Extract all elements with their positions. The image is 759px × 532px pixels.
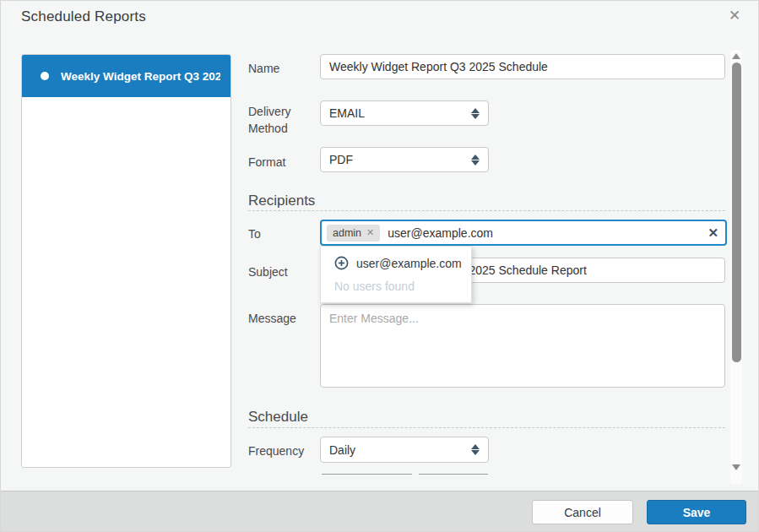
bullet-icon bbox=[41, 72, 49, 80]
close-icon[interactable]: ✕ bbox=[726, 8, 743, 24]
save-button[interactable]: Save bbox=[647, 500, 746, 524]
frequency-select[interactable]: Daily bbox=[320, 437, 489, 463]
select-arrows-icon bbox=[471, 108, 480, 119]
clipped-input-top bbox=[419, 474, 488, 475]
delivery-method-value: EMAIL bbox=[329, 106, 471, 120]
sidebar-item-label: Weekly Widget Report Q3 202… bbox=[61, 70, 220, 83]
subject-label: Subject bbox=[248, 263, 317, 280]
page-title: Scheduled Reports bbox=[21, 8, 146, 25]
recipients-heading: Recipients bbox=[248, 193, 315, 209]
dialog-footer: Cancel Save bbox=[1, 491, 758, 531]
clipped-input-top bbox=[322, 474, 412, 475]
to-recipients-field[interactable]: admin ✕ ✕ bbox=[320, 220, 727, 246]
clear-icon[interactable]: ✕ bbox=[702, 225, 718, 241]
delivery-method-label: Delivery Method bbox=[248, 103, 317, 137]
message-label: Message bbox=[248, 310, 317, 327]
scheduled-reports-dialog: Scheduled Reports ✕ Weekly Widget Report… bbox=[0, 0, 759, 532]
select-arrows-icon bbox=[471, 155, 480, 166]
plus-circle-icon bbox=[334, 256, 349, 270]
chip-remove-icon[interactable]: ✕ bbox=[366, 227, 374, 238]
recipients-divider bbox=[248, 210, 725, 211]
schedule-heading: Schedule bbox=[248, 409, 308, 426]
name-input[interactable] bbox=[320, 54, 725, 79]
format-select[interactable]: PDF bbox=[320, 147, 489, 172]
recipient-chip: admin ✕ bbox=[327, 225, 380, 242]
report-list-panel: Weekly Widget Report Q3 202… bbox=[21, 54, 231, 468]
frequency-value: Daily bbox=[329, 443, 471, 457]
to-input[interactable] bbox=[388, 226, 702, 240]
suggestion-add-user[interactable]: user@example.com bbox=[321, 247, 471, 270]
format-label: Format bbox=[248, 154, 317, 171]
to-label: To bbox=[248, 225, 317, 242]
recipient-chip-label: admin bbox=[333, 227, 361, 239]
frequency-label: Frequency bbox=[248, 442, 317, 459]
schedule-divider bbox=[248, 427, 725, 428]
recipient-suggestions-dropdown: user@example.com No users found bbox=[320, 246, 472, 303]
delivery-method-select[interactable]: EMAIL bbox=[320, 100, 489, 126]
select-arrows-icon bbox=[471, 444, 480, 455]
cancel-button[interactable]: Cancel bbox=[532, 500, 633, 524]
suggestion-add-label: user@example.com bbox=[356, 257, 462, 270]
format-value: PDF bbox=[329, 153, 471, 166]
no-users-found-text: No users found bbox=[321, 270, 471, 293]
message-textarea[interactable] bbox=[320, 304, 725, 388]
scroll-up-icon[interactable] bbox=[732, 53, 740, 59]
scroll-down-icon[interactable] bbox=[732, 464, 740, 470]
scrollbar-thumb[interactable] bbox=[732, 62, 741, 362]
form-scrollbar[interactable] bbox=[730, 50, 742, 484]
name-label: Name bbox=[248, 60, 317, 77]
sidebar-item-weekly-widget-report[interactable]: Weekly Widget Report Q3 202… bbox=[22, 55, 230, 97]
